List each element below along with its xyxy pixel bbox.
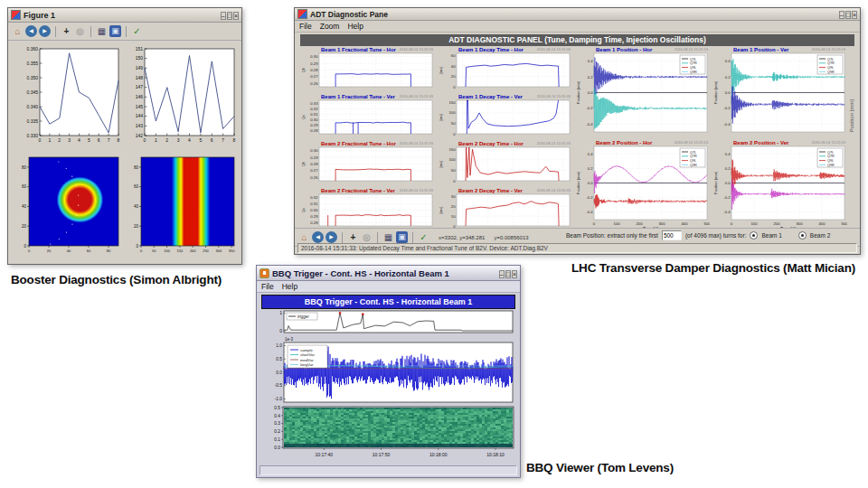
adt-position-column-1[interactable]: -0.4-0.20.00.20.4Q7LQ7RQ9LQ9RBeam 1 Posi… (575, 45, 710, 235)
booster-bunch-image[interactable]: 020406080020406080 (11, 154, 123, 260)
adt-forward-icon[interactable]: ▶ (326, 231, 337, 243)
bbq-trigger-chart[interactable]: 01trigger (260, 308, 516, 335)
bbq-trigger-plot[interactable]: 01trigger (260, 308, 516, 335)
adt-position-subplot[interactable]: -0.4-0.20.00.20.40100200300400500Q7LQ7RQ… (575, 138, 710, 231)
adt-menu-file[interactable]: File (299, 22, 312, 31)
tick-label: 0.4 (274, 414, 280, 418)
adt-home-icon[interactable]: ⌂ (298, 231, 310, 243)
bbq-minimize-button[interactable]: – (499, 270, 505, 278)
tick-label: 0.2 (588, 75, 593, 80)
caption-booster: Booster Diagnostics (Simon Albright) (11, 273, 222, 286)
figure1-back-icon[interactable]: ◀ (25, 25, 37, 37)
tick-label: 3 (177, 137, 180, 143)
tick-label: 0.33 (310, 101, 318, 106)
adt-minimize-button[interactable]: – (839, 11, 844, 19)
axis-label: Position [mm] (576, 81, 580, 104)
bbq-menu-help[interactable]: Help (282, 282, 297, 291)
figure1-subplots-icon[interactable]: ▦ (96, 25, 108, 37)
adt-titlebar[interactable]: ADT Diagnostic Pane –□× (295, 8, 860, 21)
bbq-titlebar[interactable]: BBQ Trigger - Cont. HS - Horizontal Beam… (257, 266, 520, 281)
caption-bbq: BBQ Viewer (Tom Levens) (526, 461, 674, 474)
figure1-home-icon[interactable]: ⌂ (12, 25, 24, 37)
adt-subplot[interactable]: 050100150Beam 1 Decay Time - Ver2016-08-… (438, 92, 572, 136)
booster-harmonic-chart[interactable]: 142143144145146147148149150151012345678 (123, 43, 239, 152)
tick-label: 0.28 (310, 128, 318, 133)
tick-label: 2016-08-14 15:31:33 (537, 47, 571, 52)
adt-statusbar: 2016-08-14 15:31:33: Updated Decay Time … (297, 243, 857, 253)
figure1-check-icon[interactable]: ✓ (131, 25, 143, 37)
adt-plot-region[interactable]: 0.260.270.280.290.30Beam 1 Fractional Tu… (295, 45, 858, 228)
tick-label: Q9L (690, 66, 696, 70)
adt-position-subplot[interactable]: -0.4-0.20.00.20.40100200300400500Q7LQ7RQ… (712, 138, 847, 231)
tick-label: 2 (165, 137, 168, 143)
bbq-maximize-button[interactable]: □ (505, 270, 511, 278)
booster-bunch-image[interactable]: 020406080020406080 (11, 154, 123, 260)
figure1-titlebar[interactable]: Figure 1 –□× (8, 8, 241, 23)
tick-label: 0.3 (274, 421, 280, 426)
tick-label: 1e-3 (285, 337, 294, 342)
tick-label: 350 (229, 249, 235, 253)
tick-label: medVar (300, 358, 314, 362)
figure1-zoom-icon[interactable]: ◎ (74, 25, 86, 37)
booster-tune-line[interactable]: 0.3300.3350.3400.3450.3500.3550.36001234… (11, 43, 123, 152)
bbq-sample-chart[interactable]: -1.0-0.50.00.51.01e-3sampleshortVarmedVa… (260, 335, 516, 406)
booster-profile-image[interactable]: 020406080050100150200250300350 (123, 154, 239, 260)
tick-label: 300 (659, 221, 666, 226)
tick-label: Q9R (690, 164, 697, 167)
tick-label: 145 (136, 104, 144, 109)
adt-tune-column[interactable]: 0.260.270.280.290.30Beam 1 Fractional Tu… (300, 45, 435, 242)
figure1-close-button[interactable]: × (233, 12, 239, 20)
bbq-menu-file[interactable]: File (261, 282, 274, 291)
booster-harmonic-line[interactable]: 142143144145146147148149150151012345678 (123, 43, 239, 152)
adt-close-button[interactable]: × (852, 11, 857, 19)
beam2-radio[interactable] (798, 231, 807, 239)
tick-label: 40 (22, 204, 27, 209)
tick-label: Q9R (827, 70, 835, 74)
figure1-forward-icon[interactable]: ▶ (39, 25, 51, 37)
beam1-radio[interactable] (750, 231, 758, 239)
adt-decay-column[interactable]: 0204060Beam 1 Decay Time - Hor2016-08-14… (438, 45, 572, 242)
tick-label: 0.0 (588, 90, 593, 95)
adt-position-column-2[interactable]: -0.4-0.20.00.20.4Q7LQ7RQ9LQ9RBeam 1 Posi… (712, 45, 847, 235)
tick-label: 151 (136, 46, 144, 52)
figure1-maximize-button[interactable]: □ (227, 12, 232, 20)
toolbar-separator (55, 26, 56, 37)
figure1-minimize-button[interactable]: – (221, 12, 226, 20)
booster-tune-chart[interactable]: 0.3300.3350.3400.3450.3500.3550.36001234… (11, 43, 123, 152)
tick-label: 0 (144, 137, 146, 143)
adt-position-subplot[interactable]: -0.4-0.20.00.20.4Q7LQ7RQ9LQ9RBeam 1 Posi… (575, 45, 710, 135)
adt-pan-icon[interactable]: + (347, 231, 359, 243)
adt-back-icon[interactable]: ◀ (312, 231, 324, 243)
adt-subplots-icon[interactable]: ▦ (382, 231, 394, 243)
figure1-pan-icon[interactable]: + (61, 25, 72, 37)
adt-maximize-button[interactable]: □ (845, 11, 851, 19)
toolbar-separator (342, 232, 343, 243)
tick-label: Q7R (690, 155, 697, 158)
adt-check-icon[interactable]: ✓ (418, 231, 429, 243)
beam2-label: Beam 2 (810, 232, 830, 239)
cursor-readout-y: y=0.00856013 (494, 235, 528, 240)
bbq-close-button[interactable]: × (512, 270, 517, 278)
tick-label: shortVar (300, 352, 315, 357)
adt-menu-help[interactable]: Help (347, 22, 363, 31)
bbq-window: BBQ Trigger - Cont. HS - Horizontal Beam… (256, 265, 521, 478)
adt-subplot[interactable]: 050100150Beam 2 Decay Time - Hor2016-08-… (438, 139, 572, 183)
tick-label: 2 (58, 137, 61, 143)
adt-save-icon[interactable]: ▣ (396, 231, 408, 243)
tick-label: 0 (136, 244, 138, 249)
booster-profile-image[interactable]: 020406080050100150200250300350 (123, 154, 239, 260)
adt-position-subplot[interactable]: -0.4-0.20.00.20.4Q7LQ7RQ9LQ9RBeam 1 Posi… (712, 45, 847, 135)
adt-zoom-icon[interactable]: ◎ (361, 231, 373, 243)
bbq-sample-plot[interactable]: -1.0-0.50.00.51.01e-3sampleshortVarmedVa… (260, 335, 516, 406)
figure1-save-icon[interactable]: ▣ (109, 25, 121, 37)
bbq-spectrogram-canvas[interactable] (284, 408, 513, 447)
adt-subplot[interactable]: 0204060Beam 1 Decay Time - Hor2016-08-14… (438, 45, 572, 89)
tick-label: 0.30 (310, 54, 318, 59)
axis-label: [ms] (439, 207, 443, 214)
turns-input[interactable] (662, 230, 682, 240)
axis-label: Position [mm] (576, 172, 580, 194)
adt-menu-zoom[interactable]: Zoom (320, 22, 340, 31)
adt-subplot[interactable]: 0.280.290.300.310.320.33Beam 1 Fractiona… (300, 92, 435, 136)
adt-subplot[interactable]: 0.260.270.280.290.30Beam 1 Fractional Tu… (300, 45, 435, 89)
adt-subplot[interactable]: 0.260.270.280.290.30Beam 2 Fractional Tu… (300, 139, 435, 183)
